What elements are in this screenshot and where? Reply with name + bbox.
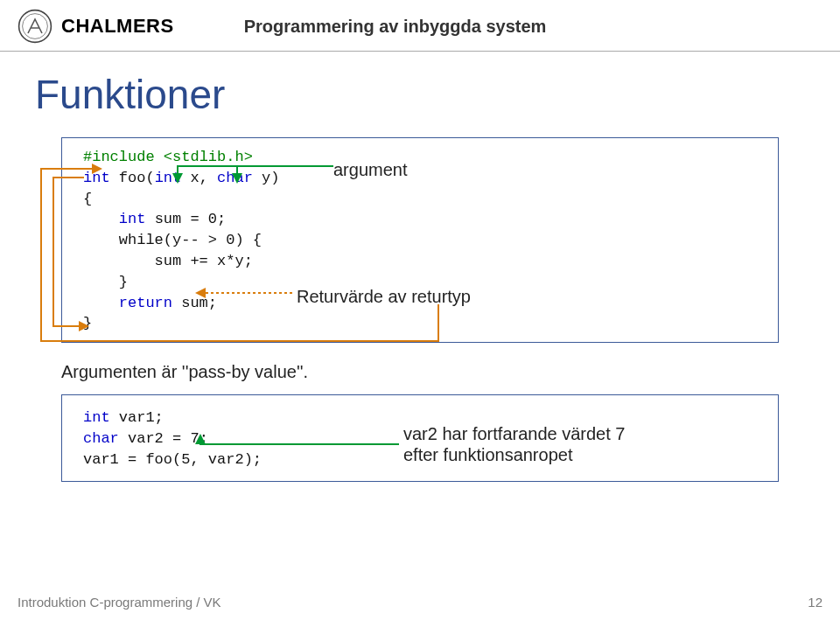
code-token: #include (83, 149, 164, 165)
annotation-return: Returvärde av returtyp (297, 284, 471, 309)
code-token: y) (262, 170, 279, 186)
code-token: int (83, 211, 155, 227)
code-block-call: int var1; char var2 = 7; var1 = foo(5, v… (61, 394, 779, 482)
code-token: sum; (181, 295, 217, 311)
slide-header: CHALMERS Programmering av inbyggda syste… (0, 0, 840, 52)
course-title: Programmering av inbyggda system (244, 17, 547, 37)
slide-footer: Introduktion C-programmering / VK 12 (18, 595, 822, 610)
code-token: while(y-- > 0) { (83, 230, 757, 251)
code-token: char (217, 170, 262, 186)
annotation-var2-line2: efter funktionsanropet (403, 444, 625, 465)
code-token: int (83, 409, 119, 426)
code-token: sum += x*y; (83, 251, 757, 272)
code-token: return (83, 295, 181, 311)
code-token: int (83, 170, 119, 186)
code-token: int (155, 170, 191, 186)
code-token: foo( (119, 170, 155, 186)
chalmers-logo (18, 9, 52, 44)
annotation-argument: argument (333, 157, 408, 182)
code-token: x, (190, 170, 217, 186)
svg-point-1 (23, 14, 48, 39)
code-token: var1; (119, 409, 164, 426)
annotation-var2: var2 har fortfarande värdet 7 efter funk… (403, 423, 625, 465)
code-token: sum = 0; (155, 211, 227, 227)
brand-text: CHALMERS (61, 15, 174, 38)
code-token: } (83, 313, 757, 334)
code-token: <stdlib.h> (164, 149, 253, 165)
code-token: char (83, 430, 128, 447)
page-number: 12 (808, 595, 822, 610)
body-text: Argumenten är ''pass-by value''. (61, 362, 840, 382)
slide-title: Funktioner (35, 71, 840, 118)
footer-left: Introduktion C-programmering / VK (18, 595, 221, 610)
code-token: var2 = 7; (128, 430, 208, 447)
annotation-var2-line1: var2 har fortfarande värdet 7 (403, 423, 625, 444)
code-token: { (83, 189, 757, 210)
code-block-function: #include <stdlib.h> int foo(int x, char … (61, 137, 779, 343)
svg-point-0 (19, 10, 52, 43)
